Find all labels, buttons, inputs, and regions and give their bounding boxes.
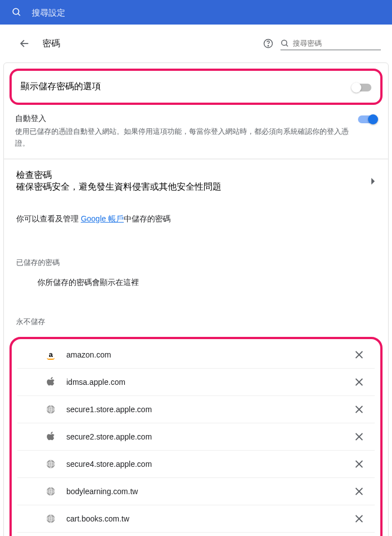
manage-passwords-text: 你可以查看及管理 Google 帳戶中儲存的密碼 [4,203,388,235]
google-account-link[interactable]: Google 帳戶 [81,214,124,223]
check-passwords-label: 檢查密碼 [16,170,371,181]
search-icon [280,39,289,48]
svg-line-6 [286,45,288,46]
globe-icon [45,404,56,415]
offer-save-passwords-row: 顯示儲存密碼的選項 [9,69,383,105]
offer-save-toggle[interactable] [352,84,371,91]
remove-button[interactable] [351,513,367,524]
amazon-icon: a [45,349,56,360]
globe-icon [45,458,56,470]
remove-button[interactable] [351,349,367,360]
password-search-field[interactable] [280,37,381,50]
remove-button[interactable] [351,458,367,470]
auto-signin-row: 自動登入 使用已儲存的憑證自動登入網站。如果停用這項功能，每當你登入網站時，都必… [4,105,388,159]
never-save-row: bodylearning.com.tw [17,478,375,505]
auto-signin-desc: 使用已儲存的憑證自動登入網站。如果停用這項功能，每當你登入網站時，都必須向系統確… [15,126,358,149]
never-save-row: cart.books.com.tw [17,505,375,533]
never-save-list: aamazon.comidmsa.apple.comsecure1.store.… [9,337,383,536]
svg-marker-7 [371,178,375,185]
never-save-row: idmsa.apple.com [17,369,375,396]
svg-point-0 [13,8,19,15]
saved-passwords-header: 已儲存的密碼 [4,235,388,274]
never-save-row: secure1.store.apple.com [17,396,375,423]
site-domain: amazon.com [66,350,351,359]
site-domain: bodylearning.com.tw [66,487,351,496]
offer-save-label: 顯示儲存密碼的選項 [21,81,352,93]
page-title: 密碼 [42,38,263,50]
site-domain: idmsa.apple.com [66,378,351,387]
back-button[interactable] [17,36,32,51]
apple-icon [45,431,56,442]
help-icon[interactable] [263,38,274,49]
settings-search-input[interactable] [32,8,380,17]
never-save-row: myaccount.books.com.tw [17,533,375,536]
check-passwords-desc: 確保密碼安全，避免發生資料侵害或其他安全性問題 [16,181,371,193]
svg-point-4 [268,46,268,46]
globe-icon [45,486,56,497]
remove-button[interactable] [351,431,367,442]
never-save-header: 永不儲存 [4,294,388,334]
never-save-row: secure2.store.apple.com [17,423,375,451]
never-save-row: secure4.store.apple.com [17,451,375,478]
check-passwords-row[interactable]: 檢查密碼 確保密碼安全，避免發生資料侵害或其他安全性問題 [4,159,388,203]
remove-button[interactable] [351,404,367,415]
remove-button[interactable] [351,486,367,497]
auto-signin-label: 自動登入 [15,114,358,124]
auto-signin-toggle[interactable] [358,115,377,123]
site-domain: secure2.store.apple.com [66,432,351,441]
svg-line-1 [18,13,20,16]
chevron-right-icon [371,178,376,185]
never-save-row: aamazon.com [17,341,375,369]
site-domain: secure4.store.apple.com [66,460,351,469]
apple-icon [45,376,56,388]
search-icon [12,7,22,17]
globe-icon [45,513,56,524]
remove-button[interactable] [351,376,367,388]
site-domain: cart.books.com.tw [66,514,351,523]
svg-point-5 [282,40,287,45]
password-search-input[interactable] [293,37,381,50]
settings-search-bar[interactable] [0,0,392,25]
site-domain: secure1.store.apple.com [66,405,351,414]
saved-passwords-empty: 你所儲存的密碼會顯示在這裡 [4,274,388,294]
